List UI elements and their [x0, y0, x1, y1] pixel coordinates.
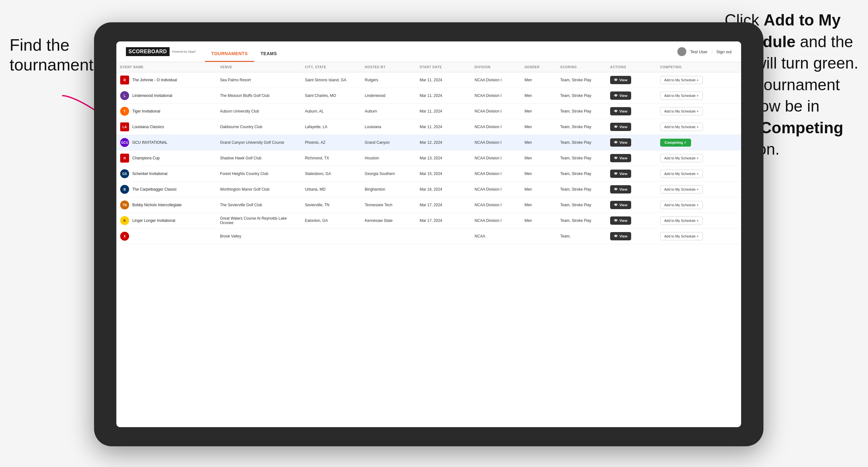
team-logo: TN — [120, 200, 129, 210]
competing-cell: Add to My Schedule + — [656, 166, 741, 182]
add-to-schedule-button[interactable]: Add to My Schedule + — [660, 169, 703, 178]
division-cell: NCAA Division I — [471, 197, 521, 213]
col-header-actions: ACTIONS — [606, 62, 656, 72]
add-to-schedule-button[interactable]: Add to My Schedule + — [660, 154, 703, 162]
competing-cell: Add to My Schedule + — [656, 197, 741, 213]
hosted-by-cell: Auburn — [361, 103, 416, 119]
start-date-cell: Mar 17, 2024 — [416, 213, 471, 228]
view-button[interactable]: 👁 View — [610, 76, 631, 84]
start-date-cell: Mar 11, 2024 — [416, 72, 471, 88]
hosted-by-cell: Houston — [361, 151, 416, 166]
scoring-cell: Team, Stroke Play — [557, 182, 607, 197]
scoring-cell: Team, Stroke Play — [557, 197, 607, 213]
add-to-schedule-button[interactable]: Add to My Schedule + — [660, 123, 703, 131]
gender-cell: Men — [521, 72, 556, 88]
hosted-by-cell: Binghamton — [361, 182, 416, 197]
event-name: Linger Longer Invitational — [132, 218, 175, 223]
table-row: T Tiger Invitational Auburn University C… — [116, 103, 741, 119]
view-button[interactable]: 👁 View — [610, 232, 631, 240]
division-cell: NCAA Division I — [471, 72, 521, 88]
actions-cell: 👁 View — [606, 103, 656, 119]
table-row: H Champions Cup Shadow Hawk Golf ClubRic… — [116, 151, 741, 166]
logo-area: SCOREBOARD Powered by clippd — [126, 47, 195, 56]
tab-tournaments[interactable]: TOURNAMENTS — [205, 51, 254, 62]
view-button[interactable]: 👁 View — [610, 107, 631, 115]
add-to-schedule-button[interactable]: Add to My Schedule + — [660, 92, 703, 100]
header: SCOREBOARD Powered by clippd TOURNAMENTS… — [116, 41, 741, 62]
view-button[interactable]: 👁 View — [610, 92, 631, 100]
add-to-schedule-button[interactable]: Add to My Schedule + — [660, 107, 703, 115]
add-to-schedule-button[interactable]: Add to My Schedule + — [660, 201, 703, 209]
start-date-cell: Mar 16, 2024 — [416, 182, 471, 197]
scoring-cell: Team, Stroke Play — [557, 166, 607, 182]
venue-cell: Oakbourne Country Club — [216, 119, 301, 135]
eye-icon: 👁 — [614, 218, 618, 223]
add-to-schedule-button[interactable]: Add to My Schedule + — [660, 232, 703, 240]
hosted-by-cell: Louisiana — [361, 119, 416, 135]
team-logo: B — [120, 185, 129, 194]
table-header: EVENT NAME VENUE CITY, STATE HOSTED BY S… — [116, 62, 741, 72]
event-name: Schenkel Invitational — [132, 172, 167, 176]
view-button[interactable]: 👁 View — [610, 123, 631, 131]
view-button[interactable]: 👁 View — [610, 169, 631, 178]
col-header-division: DIVISION — [471, 62, 521, 72]
division-cell: NCAA Division I — [471, 103, 521, 119]
view-button[interactable]: 👁 View — [610, 154, 631, 162]
eye-icon: 👁 — [614, 156, 618, 160]
city-cell — [301, 228, 361, 244]
competing-cell: Add to My Schedule + — [656, 151, 741, 166]
competing-cell: Add to My Schedule + — [656, 213, 741, 228]
hosted-by-cell: Lindenwood — [361, 88, 416, 103]
scoring-cell: Team, Stroke Play — [557, 151, 607, 166]
tab-teams[interactable]: TEAMS — [254, 51, 283, 62]
team-logo: R — [120, 75, 129, 85]
venue-cell: Sea Palms Resort — [216, 72, 301, 88]
add-to-schedule-button[interactable]: Add to My Schedule + — [660, 185, 703, 193]
hosted-by-cell: Rutgers — [361, 72, 416, 88]
gender-cell: Men — [521, 151, 556, 166]
gender-cell: Men — [521, 182, 556, 197]
actions-cell: 👁 View — [606, 228, 656, 244]
view-button[interactable]: 👁 View — [610, 185, 631, 193]
view-button[interactable]: 👁 View — [610, 216, 631, 225]
team-logo: X — [120, 232, 129, 241]
scoring-cell: Team, Stroke Play — [557, 72, 607, 88]
col-header-competing: COMPETING — [656, 62, 741, 72]
table-container[interactable]: EVENT NAME VENUE CITY, STATE HOSTED BY S… — [116, 62, 741, 427]
sign-out-link[interactable]: Sign out — [716, 50, 732, 54]
event-name: Lindenwood Invitational — [132, 93, 172, 98]
eye-icon: 👁 — [614, 93, 618, 98]
gender-cell: Men — [521, 103, 556, 119]
event-name: Louisiana Classics — [132, 125, 164, 129]
gender-cell: Men — [521, 166, 556, 182]
col-header-event: EVENT NAME — [116, 62, 216, 72]
table-row: R The Johnnie - O Individual Sea Palms R… — [116, 72, 741, 88]
gender-cell: Men — [521, 88, 556, 103]
gender-cell: Men — [521, 119, 556, 135]
start-date-cell: Mar 11, 2024 — [416, 88, 471, 103]
eye-icon: 👁 — [614, 187, 618, 192]
avatar — [677, 47, 686, 56]
nav-tabs: TOURNAMENTS TEAMS — [205, 41, 283, 62]
eye-icon: 👁 — [614, 125, 618, 129]
start-date-cell: Mar 11, 2024 — [416, 103, 471, 119]
tablet-screen: SCOREBOARD Powered by clippd TOURNAMENTS… — [116, 41, 741, 427]
event-name-cell: K Linger Longer Invitational — [116, 213, 216, 228]
actions-cell: 👁 View — [606, 166, 656, 182]
event-name-cell: LA Louisiana Classics — [116, 119, 216, 135]
team-logo: H — [120, 154, 129, 162]
city-cell: Richmond, TX — [301, 151, 361, 166]
event-name-cell: H Champions Cup — [116, 151, 216, 166]
competing-button[interactable]: Competing ✓ — [660, 139, 691, 147]
actions-cell: 👁 View — [606, 88, 656, 103]
add-to-schedule-button[interactable]: Add to My Schedule + — [660, 216, 703, 225]
event-name: Tiger Invitational — [132, 109, 160, 114]
start-date-cell: Mar 11, 2024 — [416, 119, 471, 135]
eye-icon: 👁 — [614, 78, 618, 82]
add-to-schedule-button[interactable]: Add to My Schedule + — [660, 76, 703, 84]
city-cell: Phoenix, AZ — [301, 135, 361, 151]
view-button[interactable]: 👁 View — [610, 138, 631, 147]
view-button[interactable]: 👁 View — [610, 201, 631, 209]
table-row: GS Schenkel Invitational Forest Heights … — [116, 166, 741, 182]
event-name-cell: T Tiger Invitational — [116, 103, 216, 119]
